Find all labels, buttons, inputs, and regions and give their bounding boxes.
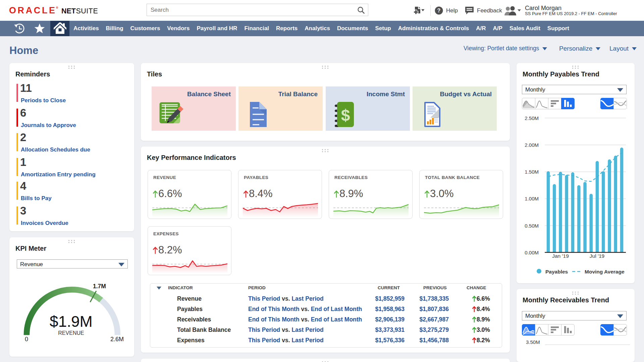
svg-text:1.50M: 1.50M [525, 169, 539, 175]
svg-text:Moving Average: Moving Average [585, 269, 625, 275]
svg-text:2.50M: 2.50M [525, 115, 539, 121]
svg-text:1.7M: 1.7M [93, 283, 106, 290]
svg-text:ORACLE: ORACLE [9, 6, 57, 15]
svg-text:REVENUE: REVENUE [58, 330, 84, 336]
svg-text:$: $ [341, 106, 350, 124]
svg-text:2.00M: 2.00M [525, 142, 539, 148]
svg-text:0: 0 [25, 336, 28, 343]
svg-text:Jul '19: Jul '19 [590, 253, 604, 259]
svg-text:Jan '19: Jan '19 [552, 253, 569, 259]
svg-text:$1.9M: $1.9M [50, 313, 93, 330]
svg-text:0.00M: 0.00M [525, 250, 539, 255]
svg-text:?: ? [437, 8, 441, 13]
svg-text:Payables: Payables [545, 269, 568, 275]
svg-text:NET: NET [61, 7, 76, 15]
svg-text:2.6M: 2.6M [110, 336, 124, 343]
svg-text:SUITE: SUITE [76, 7, 98, 15]
svg-text:1.00M: 1.00M [525, 196, 539, 201]
svg-text:0.50M: 0.50M [525, 223, 539, 229]
